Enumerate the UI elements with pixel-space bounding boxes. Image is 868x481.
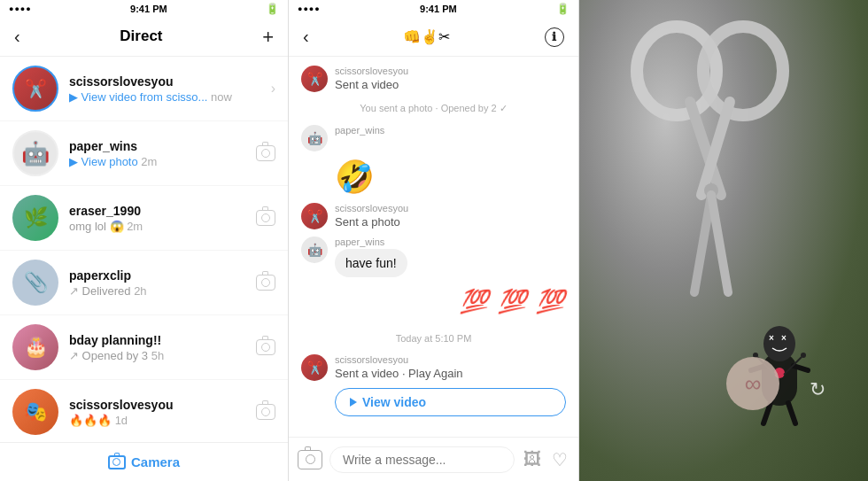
battery-icon: 🔋 [266,3,279,15]
dm-camera-eraser [256,210,275,226]
svg-line-14 [788,403,795,423]
camera-icon-scissors2 [256,404,275,420]
msg-avatar-scissors2: ✂️ [301,203,328,229]
camera-icon-eraser [256,210,275,226]
msg-text-5: Sent a video · Play Again [335,367,463,380]
msg-content-5: scissorslovesyou Sent a video · Play Aga… [335,354,463,380]
heart-icon[interactable]: ♡ [550,447,570,472]
camera-label: Camera [131,454,180,469]
msg-text-3: Sent a photo [335,215,408,229]
dm-camera-paper [256,145,275,161]
avatar-scissors2: 🎭 [12,389,58,435]
avatar-eraser: 🌿 [12,195,58,241]
msg-sender-4: paper_wins [335,237,407,247]
msg-avatar-paper2: 🤖 [301,237,328,263]
svg-line-5 [694,195,711,292]
infinity-button[interactable]: ∞ [726,357,779,410]
dm-preview-paper: ▶ View photo 2m [69,155,256,168]
avatar-wrap-paper: 🤖 [12,130,58,176]
signal-dots-chat: ●●●● [298,4,321,13]
msg-bubble-1: have fun! [335,249,407,277]
dm-info-paperxclip: paperxclip ↗ Delivered 2h [69,268,256,298]
gallery-icon[interactable]: 🖼 [522,447,543,471]
dm-item-scissors2[interactable]: 🎭 scissorslovesyou 🔥🔥🔥 1d [0,380,288,442]
chat-messages: ✂️ scissorslovesyou Sent a video You sen… [289,57,578,437]
chat-title-emojis: 👊✌✂ [403,28,450,45]
dm-info-scissors: scissorslovesyou ▶ View video from sciss… [69,74,267,104]
msg-row-2: 🤖 paper_wins [301,125,566,151]
msg-row-4: 🤖 paper_wins have fun! [301,237,566,277]
msg-emoji-1: 🤣 [335,159,566,196]
msg-sender-5: scissorslovesyou [335,354,463,365]
camera-icon-paper [256,145,275,161]
dm-info-scissors2: scissorslovesyou 🔥🔥🔥 1d [69,398,256,427]
dm-preview-bday: ↗ Opened by 3 5h [69,349,256,362]
status-bar-direct: ●●●● 9:41 PM 🔋 [0,0,288,18]
msg-avatar-scissors1: ✂️ [301,66,328,92]
msg-meta-1: You sent a photo · Opened by 2 ✓ [301,103,566,114]
msg-content-1: scissorslovesyou Sent a video [335,66,408,91]
signal-dots: ●●●● [9,4,32,13]
time-display: 9:41 PM [130,4,167,14]
svg-point-19 [801,353,806,358]
dm-item-paperxclip[interactable]: 📎 paperxclip ↗ Delivered 2h [0,251,288,315]
msg-row-5: ✂️ scissorslovesyou Sent a video · Play … [301,354,566,381]
direct-title: Direct [105,18,176,57]
direct-bottom-bar: Camera [0,442,288,481]
add-button[interactable]: + [262,26,274,49]
camera-btn-icon [108,455,126,469]
dm-camera-scissors2 [256,404,275,420]
msg-content-2: paper_wins [335,125,384,136]
avatar-wrap-eraser: 🌿 [12,195,58,241]
direct-header: ‹ Direct + [0,18,288,57]
chat-input-bar: 🖼 ♡ [289,437,578,481]
refresh-button[interactable]: ↻ [810,378,825,401]
view-video-button[interactable]: View video [335,388,566,416]
dm-camera-bday [256,339,275,355]
msg-avatar-paper1: 🤖 [301,125,328,151]
svg-line-6 [711,195,728,292]
dm-item-bday[interactable]: 🎂 bday planning!! ↗ Opened by 3 5h [0,315,288,380]
msg-red-100: 💯 💯 💯 [301,288,566,315]
dm-username-scissors: scissorslovesyou [69,74,267,89]
dm-list: ✂️ scissorslovesyou ▶ View video from sc… [0,57,288,442]
dm-username-scissors2: scissorslovesyou [69,398,256,412]
avatar-wrap-scissors2: 🎭 [12,389,58,435]
refresh-symbol: ↻ [810,378,825,400]
chevron-right-icon: › [271,81,275,97]
view-video-label: View video [362,395,426,409]
msg-sender-3: scissorslovesyou [335,203,408,213]
chat-title: 👊✌✂ [403,28,450,45]
infinity-symbol: ∞ [745,370,762,398]
info-button[interactable]: ℹ [545,27,564,47]
msg-row-3: ✂️ scissorslovesyou Sent a photo [301,203,566,229]
time-chat: 9:41 PM [420,4,457,14]
message-input[interactable] [329,446,515,473]
chat-header: ‹ 👊✌✂ ℹ [289,18,578,57]
svg-text:×: × [769,333,774,343]
dm-item-scissors[interactable]: ✂️ scissorslovesyou ▶ View video from sc… [0,57,288,121]
msg-sender-2: paper_wins [335,125,384,136]
msg-avatar-scissors3: ✂️ [301,354,328,381]
dm-item-eraser[interactable]: 🌿 eraser_1990 omg lol 😱 2m [0,186,288,251]
dm-username-bday: bday planning!! [69,333,256,347]
dm-preview-eraser: omg lol 😱 2m [69,220,256,233]
avatar-bday: 🎂 [12,324,58,370]
camera-button[interactable]: Camera [108,454,180,469]
svg-point-8 [763,326,795,361]
chat-camera-icon[interactable] [298,450,322,469]
direct-messages-panel: ●●●● 9:41 PM 🔋 ‹ Direct + ✂️ scissorslov… [0,0,289,481]
dm-info-eraser: eraser_1990 omg lol 😱 2m [69,204,256,233]
dm-item-paper[interactable]: 🤖 paper_wins ▶ View photo 2m [0,121,288,186]
status-bar-chat: ●●●● 9:41 PM 🔋 [289,0,578,18]
avatar-paper: 🤖 [12,130,58,176]
back-button[interactable]: ‹ [14,27,20,47]
chat-panel: ●●●● 9:41 PM 🔋 ‹ 👊✌✂ ℹ ✂️ scissorslovesy… [289,0,579,481]
back-button-chat[interactable]: ‹ [303,27,309,47]
scissors-image [606,18,818,301]
avatar-paperxclip: 📎 [12,260,58,306]
svg-text:×: × [781,333,787,343]
photo-panel: × × ∞ ↻ [579,0,868,481]
avatar-scissors: ✂️ [12,66,58,112]
msg-content-3: scissorslovesyou Sent a photo [335,203,408,229]
